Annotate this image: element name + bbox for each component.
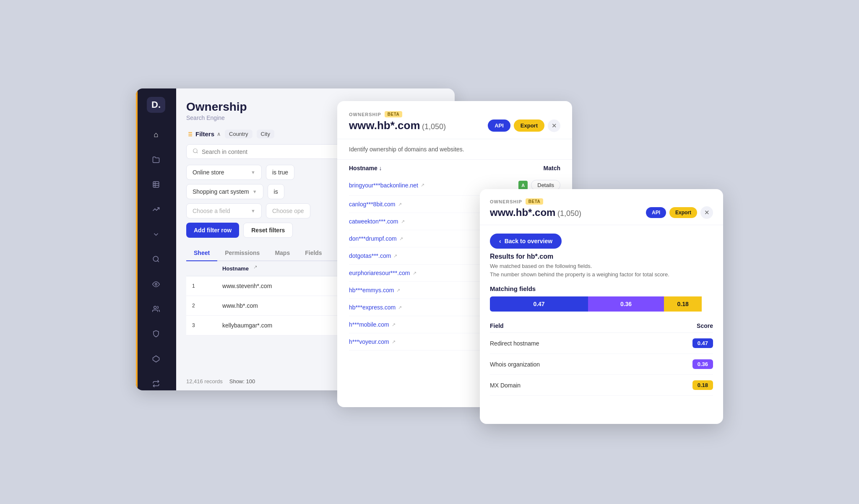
field-select-1-value: Online store [193,169,224,176]
hostname-link-8[interactable]: hb***express.com ↗ [349,304,402,311]
right-panel-title-row: www.hb*.com (1,050) API Export ✕ [490,206,713,219]
row-num-3: 3 [186,316,216,335]
hostname-link-1[interactable]: bringyour***backonline.net ↗ [349,182,424,189]
table-icon[interactable] [148,178,164,191]
operator-2[interactable]: is [268,184,284,199]
col-match-header: Match [544,165,560,171]
hostname-link-2[interactable]: canlog***8bit.com ↗ [349,201,402,208]
right-api-button[interactable]: API [646,207,666,218]
score-badge-2: 0.36 [692,359,713,369]
hostname-3[interactable]: kellybaumgar*.com [216,316,345,335]
diamond-icon[interactable] [148,352,164,365]
field-col-score: Score [697,322,713,329]
beta-badge: BETA [385,111,402,117]
search-icon [193,148,198,155]
field-select-1[interactable]: Online store ▼ [186,165,262,180]
fields-table: Field Score Redirect hostname 0.47 Whois… [490,320,713,396]
right-panel-domain: www.hb*.com [490,207,555,218]
svg-point-15 [193,149,197,153]
tab-fields[interactable]: Fields [297,245,329,261]
total-records: 12,416 records [186,378,223,384]
filters-label[interactable]: Filters ∧ [186,130,221,138]
field-select-2-value: Shopping cart system [193,188,249,195]
tab-maps[interactable]: Maps [267,245,297,261]
results-desc: We matched based on the following fields… [490,262,713,278]
hostname-link-3[interactable]: catweekton***.com ↗ [349,218,405,225]
eye-icon[interactable] [148,278,164,291]
country-filter-badge[interactable]: Country [225,130,252,138]
svg-point-7 [154,306,156,309]
external-icon-7: ↗ [396,288,400,293]
app-logo: D. [147,97,165,113]
external-icon-2: ↗ [398,202,402,207]
col-num [186,261,216,276]
hostname-link-10[interactable]: h***voyeur.com ↗ [349,338,396,345]
shield-icon[interactable] [148,327,164,340]
home-icon[interactable]: ⌂ [148,128,164,141]
field-col-label: Field [490,322,504,329]
tab-permissions[interactable]: Permissions [217,245,267,261]
reset-filters-button[interactable]: Reset filters [243,223,293,238]
api-button[interactable]: API [488,120,510,132]
panel-description: Identify ownership of domains and websit… [337,139,572,160]
detail-panel: OWNERSHIP BETA www.hb*.com (1,050) API E… [480,189,723,424]
hostname-link-4[interactable]: don***drumpf.com ↗ [349,235,403,242]
add-filter-button[interactable]: Add filter row [186,223,239,238]
right-panel-header: OWNERSHIP BETA www.hb*.com (1,050) API E… [480,189,723,225]
back-chevron-icon: ‹ [499,238,501,244]
external-icon-8: ↗ [398,305,402,310]
back-to-overview-button[interactable]: ‹ Back to overview [490,234,562,249]
transfer-icon[interactable] [148,377,164,390]
hostname-2[interactable]: www.hb*.com [216,296,345,316]
row-num-2: 2 [186,296,216,316]
back-to-overview-label: Back to overview [505,238,552,244]
field-name-2: Whois organization [490,361,540,368]
search-icon[interactable] [148,253,164,266]
right-ownership-label: OWNERSHIP [490,199,522,204]
panel-header: OWNERSHIP BETA www.hb*.com (1,050) API E… [337,101,572,139]
city-filter-badge[interactable]: City [257,130,274,138]
close-button[interactable]: ✕ [548,120,560,132]
chart-icon[interactable] [148,203,164,216]
operator-1[interactable]: is true [266,165,294,180]
score-seg-2: 0.36 [588,296,664,312]
hostname-link-5[interactable]: dotgotas***.com ↗ [349,252,397,259]
col-hostname-header: Hostname ↓ [349,165,382,171]
hostname-link-7[interactable]: hb***emmys.com ↗ [349,287,400,294]
score-bar: 0.47 0.36 0.18 [490,296,713,312]
svg-line-16 [197,152,198,153]
right-close-button[interactable]: ✕ [700,206,713,219]
field-select-3-placeholder: Choose a field [193,208,230,214]
field-select-2[interactable]: Shopping cart system ▼ [186,184,263,199]
field-row-2: Whois organization 0.36 [490,354,713,375]
sidebar: D. ⌂ [136,88,176,390]
hostname-link-6[interactable]: eurphoriaresour***.com ↗ [349,270,416,276]
panel-table-header: Hostname ↓ Match [337,160,572,175]
field-select-1-caret: ▼ [251,170,255,175]
operator-3[interactable]: Choose ope [266,203,310,218]
external-icon-10: ↗ [392,339,396,345]
match-badge-1: A [518,181,528,190]
right-beta-badge: BETA [526,198,543,205]
svg-point-4 [153,256,158,261]
panel-domain-count: (1,050) [422,122,446,131]
folder-icon[interactable] [148,153,164,166]
export-button[interactable]: Export [514,120,544,132]
field-name-3: MX Domain [490,382,521,389]
collapse-icon[interactable] [148,228,164,241]
results-desc-line1: We matched based on the following fields… [490,263,592,269]
filters-chevron: ∧ [217,131,221,137]
right-export-button[interactable]: Export [669,207,697,218]
field-select-3[interactable]: Choose a field ▼ [186,203,262,218]
hostname-link-9[interactable]: h***mobile.com ↗ [349,321,396,328]
external-icon-4: ↗ [399,236,403,242]
users-icon[interactable] [148,302,164,315]
right-panel-domain-title: www.hb*.com (1,050) [490,207,581,218]
hostname-1[interactable]: www.stevenh*.com [216,276,345,296]
panel-label-row: OWNERSHIP BETA [349,111,560,117]
field-select-2-caret: ▼ [252,189,257,194]
panel-domain-title: www.hb*.com (1,050) [349,119,446,132]
tab-sheet[interactable]: Sheet [186,245,217,261]
col-hostname[interactable]: Hostname [216,261,345,276]
panel-actions: API Export ✕ [488,120,560,132]
